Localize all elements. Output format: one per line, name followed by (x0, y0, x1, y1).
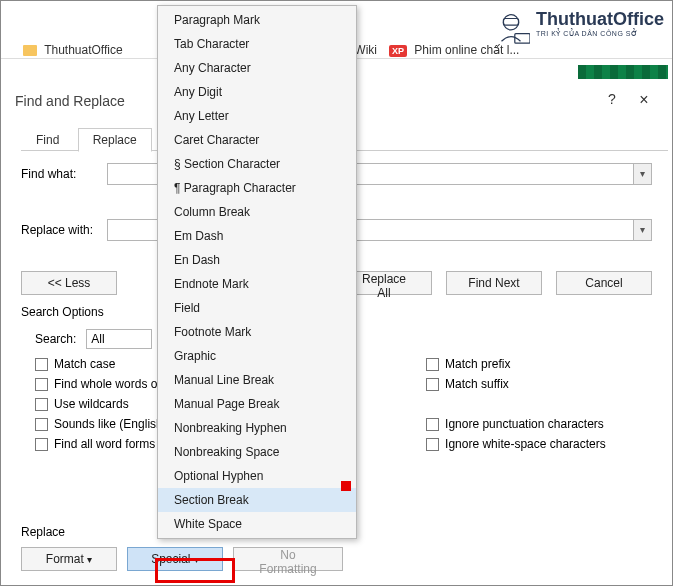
menu-item-any-letter[interactable]: Any Letter (158, 104, 356, 128)
chevron-down-icon[interactable]: ▾ (633, 164, 651, 184)
less-button[interactable]: << Less (21, 271, 117, 295)
menu-item-em-dash[interactable]: Em Dash (158, 224, 356, 248)
button-label: Cancel (585, 276, 622, 290)
menu-item-en-dash[interactable]: En Dash (158, 248, 356, 272)
button-label: Format (46, 552, 84, 566)
checkbox-icon (35, 418, 48, 431)
highlight-marker (341, 481, 351, 491)
brand-name: ThuthuatOffice (536, 9, 664, 30)
menu-item--section-character[interactable]: § Section Character (158, 152, 356, 176)
menu-item-endnote-mark[interactable]: Endnote Mark (158, 272, 356, 296)
help-button[interactable]: ? (602, 91, 622, 111)
brand-tagline: TRI KỶ CỦA DÂN CÔNG SỞ (536, 30, 664, 38)
button-label: Find Next (468, 276, 519, 290)
checkbox-icon (35, 378, 48, 391)
button-label: << Less (48, 276, 91, 290)
checkbox-label: Find whole words only (54, 377, 173, 391)
menu-item-white-space[interactable]: White Space (158, 512, 356, 536)
bookmark-label: ThuthuatOffice (44, 43, 123, 57)
replace-with-label: Replace with: (21, 223, 99, 237)
svg-rect-1 (503, 19, 518, 26)
check-ignore-ws[interactable]: Ignore white-space characters (426, 437, 606, 451)
checkbox-icon (426, 438, 439, 451)
menu-item-tab-character[interactable]: Tab Character (158, 32, 356, 56)
menu-item-footnote-mark[interactable]: Footnote Mark (158, 320, 356, 344)
checkbox-label: Ignore punctuation characters (445, 417, 604, 431)
check-match-suffix[interactable]: Match suffix (426, 377, 606, 391)
button-label: Special (151, 552, 190, 566)
cancel-button[interactable]: Cancel (556, 271, 652, 295)
menu-item-nonbreaking-space[interactable]: Nonbreaking Space (158, 440, 356, 464)
search-label: Search: (35, 332, 76, 346)
menu-item-caret-character[interactable]: Caret Character (158, 128, 356, 152)
menu-item-any-character[interactable]: Any Character (158, 56, 356, 80)
menu-item-field[interactable]: Field (158, 296, 356, 320)
checkbox-label: Match suffix (445, 377, 509, 391)
no-formatting-button[interactable]: No Formatting (233, 547, 343, 571)
decorative-bar (578, 65, 668, 79)
menu-item-graphic[interactable]: Graphic (158, 344, 356, 368)
checkbox-icon (426, 358, 439, 371)
checkbox-icon (35, 438, 48, 451)
xp-badge: XP (389, 45, 407, 57)
button-label: No Formatting (259, 548, 316, 576)
menu-item-optional-hyphen[interactable]: Optional Hyphen (158, 464, 356, 488)
find-what-label: Find what: (21, 167, 99, 181)
checkbox-icon (426, 378, 439, 391)
checkbox-label: Sounds like (English) (54, 417, 167, 431)
checkbox-icon (35, 398, 48, 411)
brand-logo: ThuthuatOffice TRI KỶ CỦA DÂN CÔNG SỞ (536, 9, 664, 38)
tab-label: Replace (93, 133, 137, 147)
options-col-right: Match prefix Match suffix Ignore punctua… (426, 357, 606, 451)
tab-find[interactable]: Find (21, 128, 74, 152)
menu-item-nonbreaking-hyphen[interactable]: Nonbreaking Hyphen (158, 416, 356, 440)
checkbox-label: Match case (54, 357, 115, 371)
checkbox-icon (426, 418, 439, 431)
search-direction-select[interactable]: All (86, 329, 152, 349)
close-button[interactable]: × (634, 91, 654, 111)
menu-item-manual-line-break[interactable]: Manual Line Break (158, 368, 356, 392)
format-button[interactable]: Format (21, 547, 117, 571)
svg-point-0 (503, 15, 518, 30)
select-value: All (91, 332, 104, 346)
checkbox-icon (35, 358, 48, 371)
button-label: Replace All (362, 272, 406, 300)
logo-illustration (492, 9, 530, 47)
menu-item-any-digit[interactable]: Any Digit (158, 80, 356, 104)
menu-item-column-break[interactable]: Column Break (158, 200, 356, 224)
tab-replace[interactable]: Replace (78, 128, 152, 152)
chevron-down-icon[interactable]: ▾ (633, 220, 651, 240)
check-match-prefix[interactable]: Match prefix (426, 357, 606, 371)
checkbox-label: Match prefix (445, 357, 510, 371)
menu-item-manual-page-break[interactable]: Manual Page Break (158, 392, 356, 416)
find-next-button[interactable]: Find Next (446, 271, 542, 295)
checkbox-label: Use wildcards (54, 397, 129, 411)
menu-item--paragraph-character[interactable]: ¶ Paragraph Character (158, 176, 356, 200)
special-button[interactable]: Special (127, 547, 223, 571)
tab-label: Find (36, 133, 59, 147)
bookmark-thuthuat[interactable]: ThuthuatOffice (23, 43, 123, 57)
checkbox-label: Ignore white-space characters (445, 437, 606, 451)
check-ignore-punct[interactable]: Ignore punctuation characters (426, 417, 606, 431)
menu-item-section-break[interactable]: Section Break (158, 488, 356, 512)
special-menu: Paragraph MarkTab CharacterAny Character… (157, 5, 357, 539)
menu-item-paragraph-mark[interactable]: Paragraph Mark (158, 8, 356, 32)
folder-icon (23, 45, 37, 56)
